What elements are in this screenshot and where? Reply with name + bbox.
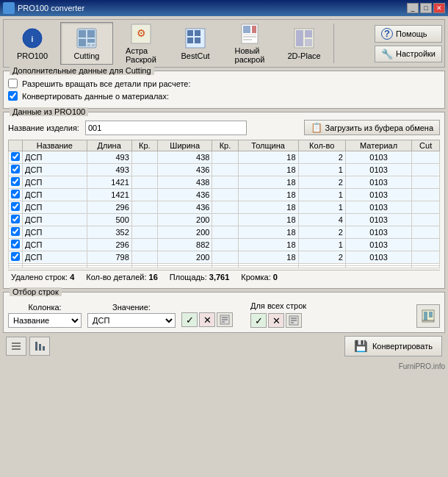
table-cell — [131, 151, 157, 164]
svg-rect-13 — [187, 30, 193, 36]
title-bar-buttons: _ □ ✕ — [407, 3, 445, 13]
svg-rect-9 — [92, 44, 95, 46]
col-kr1: Кр. — [131, 140, 157, 151]
title-bar: PRO100 converter _ □ ✕ — [0, 0, 448, 16]
table-cell: 2 — [298, 176, 345, 189]
minimize-button[interactable]: _ — [407, 3, 419, 13]
row-checkbox-cell[interactable] — [9, 226, 23, 239]
toolbar-btn-pro100[interactable]: i PRO100 — [6, 22, 59, 65]
convert-button[interactable]: 💾 Конвертировать — [344, 336, 442, 356]
rotate-checkbox[interactable] — [8, 79, 18, 88]
table-cell — [238, 266, 298, 268]
table-row: ДСП2964361810103 — [9, 201, 440, 214]
svg-rect-37 — [429, 312, 433, 318]
table-row — [9, 266, 440, 268]
table-cell: 18 — [238, 164, 298, 176]
row-checkbox[interactable] — [11, 215, 20, 223]
table-cell — [131, 226, 157, 239]
filter-action-buttons: ✓ ✕ — [181, 312, 233, 328]
list-view-button[interactable] — [6, 337, 26, 356]
all-uncheck-button[interactable]: ✕ — [268, 313, 284, 328]
load-from-clipboard-button[interactable]: 📋 Загрузить из буфера обмена — [304, 120, 440, 135]
parts-table: Название Длина Кр. Ширина Кр. Толщина Ко… — [8, 140, 440, 268]
maximize-button[interactable]: □ — [420, 3, 432, 13]
table-cell — [412, 151, 440, 164]
table-row: ДСП14214361810103 — [9, 189, 440, 201]
rotate-label: Разрешить вращать все детали при расчете… — [22, 79, 191, 88]
col-kr2: Кр. — [212, 140, 238, 151]
toolbar-right: ? Помощь 🔧 Настройки — [375, 25, 442, 62]
table-row: ДСП14214381820103 — [9, 176, 440, 189]
row-checkbox-cell[interactable] — [9, 189, 23, 201]
table-cell: 1 — [298, 239, 345, 251]
toolbar-btn-cutting[interactable]: Cutting — [60, 22, 113, 65]
bar-view-button[interactable] — [29, 337, 50, 356]
settings-label: Настройки — [396, 49, 436, 58]
toolbar-label-bestcut: BestCut — [181, 51, 209, 60]
svg-rect-36 — [424, 312, 427, 320]
row-checkbox[interactable] — [11, 165, 20, 173]
settings-button[interactable]: 🔧 Настройки — [375, 46, 442, 62]
filter-clear-button[interactable]: ✕ — [199, 312, 215, 327]
row-checkbox-cell[interactable] — [9, 151, 23, 164]
row-checkbox-cell[interactable] — [9, 201, 23, 214]
pro100-data-group: Данные из PRO100 Название изделия: 📋 Заг… — [3, 112, 445, 289]
table-cell — [212, 189, 238, 201]
product-name-label: Название изделия: — [8, 123, 79, 132]
table-cell: 296 — [87, 239, 131, 251]
filter-export-button[interactable] — [217, 312, 233, 327]
row-checkbox-cell[interactable] — [9, 176, 23, 189]
table-cell: 200 — [158, 251, 212, 264]
row-checkbox[interactable] — [11, 227, 20, 236]
row-checkbox-cell[interactable] — [9, 251, 23, 264]
table-cell: 1421 — [87, 189, 131, 201]
svg-rect-19 — [252, 26, 256, 33]
close-button[interactable]: ✕ — [433, 3, 445, 13]
row-checkbox[interactable] — [11, 252, 20, 261]
table-cell: ДСП — [23, 226, 87, 239]
convert-label: Конвертировать — [372, 342, 433, 351]
svg-rect-26 — [305, 39, 312, 46]
help-button[interactable]: ? Помощь — [375, 25, 442, 43]
parts-table-container[interactable]: Название Длина Кр. Ширина Кр. Толщина Ко… — [8, 140, 440, 268]
table-cell: 18 — [238, 214, 298, 226]
table-cell: 493 — [87, 151, 131, 164]
toolbar-btn-bestcut[interactable]: BestCut — [169, 22, 222, 65]
toolbar-btn-astra[interactable]: ⚙ АстраРаскрой — [115, 22, 167, 65]
row-checkbox[interactable] — [11, 190, 20, 198]
edge-label: Кромка: 0 — [241, 273, 278, 281]
col-name: Название — [23, 140, 87, 151]
value-filter-select[interactable]: ДСП — [87, 313, 176, 328]
row-checkbox-cell[interactable] — [9, 214, 23, 226]
row-checkbox[interactable] — [11, 177, 20, 186]
toolbar-label-new-layout: Новыйраскрой — [235, 46, 265, 64]
table-cell: ДСП — [23, 251, 87, 264]
toolbar-btn-2dplace[interactable]: 2D-Place — [278, 22, 330, 65]
all-export-button[interactable] — [286, 313, 302, 328]
column-filter-select[interactable]: Название Длина Ширина Толщина Материал — [8, 313, 82, 328]
table-cell — [131, 176, 157, 189]
watermark: FurniPRO.info — [0, 362, 448, 371]
row-checkbox[interactable] — [11, 152, 20, 161]
cutting-options-title: Дополнительные данные для Cutting — [10, 66, 154, 75]
table-row: ДСП4934361810103 — [9, 164, 440, 176]
product-name-input[interactable] — [85, 121, 247, 135]
for-all-section: Для всех строк ✓ ✕ — [250, 301, 306, 328]
col-cut: Cut — [412, 140, 440, 151]
table-cell — [412, 164, 440, 176]
table-cell: 18 — [238, 251, 298, 264]
area-label: Площадь: 3,761 — [170, 273, 230, 281]
convert-materials-checkbox[interactable] — [8, 91, 18, 101]
main-export-button[interactable] — [416, 304, 440, 328]
row-checkbox[interactable] — [11, 240, 20, 248]
row-checkbox-cell[interactable] — [9, 164, 23, 176]
row-checkbox-cell[interactable] — [9, 266, 23, 268]
filter-apply-button[interactable]: ✓ — [181, 312, 198, 327]
all-check-button[interactable]: ✓ — [250, 313, 267, 328]
table-cell — [298, 266, 345, 268]
row-checkbox-cell[interactable] — [9, 239, 23, 251]
row-checkbox[interactable] — [11, 202, 20, 211]
toolbar-btn-new-layout[interactable]: Новыйраскрой — [223, 22, 276, 65]
table-cell: 18 — [238, 226, 298, 239]
bottom-bar: 💾 Конвертировать — [3, 333, 445, 359]
